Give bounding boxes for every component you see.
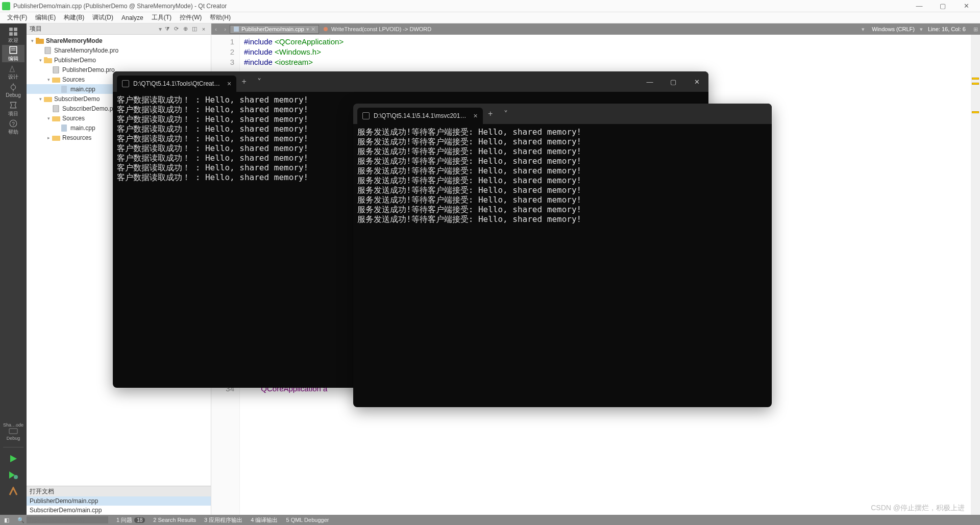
tree-root-label: ShareMemoryMode	[46, 37, 103, 44]
svg-rect-27	[61, 124, 67, 132]
output-issues-badge: 18	[134, 517, 145, 523]
kit-selector[interactable]: Sha…ode Debug	[3, 422, 23, 441]
output-compile[interactable]: 4 编译输出	[247, 516, 282, 524]
open-documents-title: 打开文档	[30, 487, 54, 496]
close-panel-icon[interactable]: ×	[200, 25, 208, 33]
terminal1-tab-close[interactable]: ×	[227, 80, 231, 88]
output-app[interactable]: 3 应用程序输出	[200, 516, 247, 524]
line-num-1: 1	[211, 37, 234, 47]
tree-pubpro-label: PublisherDemo.pro	[62, 66, 115, 73]
window-maximize-button[interactable]: ▢	[931, 0, 954, 12]
mode-debug-label: Debug	[6, 92, 20, 98]
mode-edit-label: 编辑	[8, 55, 18, 62]
run-debug-button[interactable]	[7, 469, 19, 481]
mode-welcome-label: 欢迎	[8, 37, 18, 44]
svg-rect-24	[44, 97, 52, 102]
mode-debug[interactable]: Debug	[2, 82, 24, 99]
output-issues-label: 1 问题	[116, 516, 132, 524]
filter-icon[interactable]: ⧩	[163, 25, 171, 33]
editor-symbol-selector[interactable]: WriteThread(const LPVOID) -> DWORD	[319, 26, 860, 32]
terminal-icon	[122, 80, 129, 87]
menu-help[interactable]: 帮助(H)	[206, 12, 235, 23]
output-search[interactable]: 2 Search Results	[149, 517, 200, 523]
output-compile-label: 4 编译输出	[251, 516, 278, 524]
mode-sidebar: 欢迎 编辑 设计 Debug 项目 ?帮助 Sha…ode Debug	[0, 23, 27, 515]
terminal1-close[interactable]: ✕	[685, 73, 708, 90]
tree-sub-label: SubscriberDemo	[54, 95, 100, 103]
terminal2-tab[interactable]: D:\QT\Qt5.14.1\5.14.1\msvc201… ×	[357, 108, 483, 124]
terminal2-tab-close[interactable]: ×	[473, 112, 477, 120]
line-num-2: 2	[211, 47, 234, 57]
run-button[interactable]	[7, 453, 19, 465]
locator-input[interactable]	[27, 516, 108, 523]
svg-rect-26	[52, 116, 60, 121]
tree-root-pro[interactable]: ShareMemoryMode.pro	[27, 45, 211, 55]
window-title: PublisherDemo/main.cpp (PublisherDemo @ …	[13, 3, 908, 10]
mode-help[interactable]: ?帮助	[2, 118, 24, 136]
svg-rect-28	[52, 136, 60, 141]
editor-encoding[interactable]: Windows (CRLF)	[867, 26, 920, 32]
terminal1-minimize[interactable]: —	[638, 73, 662, 90]
nav-fwd-icon[interactable]: ›	[220, 26, 230, 32]
mode-design[interactable]: 设计	[2, 63, 24, 81]
terminal2-add-tab[interactable]: +	[483, 109, 498, 118]
locator[interactable]: 🔍	[13, 516, 112, 523]
tree-subpro-label: SubscriberDemo.p…	[62, 105, 119, 112]
tree-rootpro-label: ShareMemoryMode.pro	[54, 47, 118, 54]
terminal1-tab-dropdown[interactable]: ˅	[252, 77, 267, 87]
terminal2-header[interactable]: D:\QT\Qt5.14.1\5.14.1\msvc201… × + ˅	[353, 104, 772, 124]
scroll-mark-3	[972, 111, 979, 113]
menu-edit[interactable]: 编辑(E)	[31, 12, 60, 23]
code-l1b: <QCoreApplication>	[273, 37, 344, 46]
tree-resources-label: Resources	[62, 134, 91, 141]
svg-rect-12	[9, 429, 17, 434]
menu-widgets[interactable]: 控件(W)	[176, 12, 206, 23]
watermark: CSDN @停止摆烂，积极上进	[871, 504, 965, 513]
menu-analyze[interactable]: Analyze	[117, 13, 148, 22]
qtcreator-app-icon	[2, 2, 10, 10]
search-icon: 🔍	[17, 517, 24, 523]
output-issues[interactable]: 1 问题18	[112, 516, 149, 524]
sync-icon[interactable]: ⟳	[172, 25, 180, 33]
open-doc-2[interactable]: SubscriberDemo/main.cpp	[27, 506, 211, 515]
editor-scrollbar[interactable]	[971, 35, 980, 515]
editor-file-selector[interactable]: PublisherDemo/main.cpp ▾ ✕	[230, 25, 319, 34]
build-button[interactable]	[7, 485, 19, 497]
menu-tools[interactable]: 工具(T)	[148, 12, 176, 23]
sidebar-toggle-icon[interactable]: ◧	[0, 517, 13, 523]
menu-debug[interactable]: 调试(D)	[88, 12, 117, 23]
window-close-button[interactable]: ✕	[954, 0, 978, 12]
menu-file[interactable]: 文件(F)	[3, 12, 31, 23]
terminal1-tab[interactable]: D:\QT\Qt5.14.1\Tools\QtCreat… ×	[117, 76, 236, 92]
editor-split-icon[interactable]: ⊞	[971, 26, 980, 33]
svg-point-30	[324, 27, 328, 31]
svg-rect-29	[234, 27, 239, 32]
terminal1-header[interactable]: D:\QT\Qt5.14.1\Tools\QtCreat… × + ˅ — ▢ …	[113, 71, 708, 92]
mode-project[interactable]: 项目	[2, 100, 24, 117]
mode-help-label: 帮助	[8, 129, 18, 136]
kit-config: Debug	[3, 436, 23, 441]
svg-text:?: ?	[12, 121, 15, 127]
terminal2-tab-dropdown[interactable]: ˅	[498, 109, 513, 119]
open-documents-header: 打开文档	[27, 486, 211, 496]
split-icon[interactable]: ◫	[190, 25, 199, 33]
nav-back-icon[interactable]: ‹	[211, 26, 220, 32]
mode-edit[interactable]: 编辑	[2, 45, 24, 62]
menu-build[interactable]: 构建(B)	[60, 12, 88, 23]
terminal1-maximize[interactable]: ▢	[662, 73, 685, 90]
editor-cursor-pos: Line: 16, Col: 6	[923, 26, 971, 32]
mode-design-label: 设计	[8, 73, 18, 81]
terminal1-add-tab[interactable]: +	[236, 77, 252, 86]
terminal2-output[interactable]: 服务发送成功!等待客户端接受: Hello, shared memory! 服务…	[353, 124, 772, 227]
mode-welcome[interactable]: 欢迎	[2, 27, 24, 44]
code-l2a: #include	[244, 47, 273, 56]
output-qml[interactable]: 5 QML Debugger	[282, 517, 333, 523]
open-doc-2-label: SubscriberDemo/main.cpp	[30, 507, 102, 514]
tree-pub[interactable]: ▾PublisherDemo	[27, 55, 211, 65]
tree-root[interactable]: ▾ShareMemoryMode	[27, 36, 211, 45]
open-doc-1[interactable]: PublisherDemo/main.cpp	[27, 496, 211, 506]
editor-symbol-label: WriteThread(const LPVOID) -> DWORD	[331, 26, 431, 32]
window-minimize-button[interactable]: —	[908, 0, 931, 12]
open-documents: 打开文档 PublisherDemo/main.cpp SubscriberDe…	[27, 486, 211, 515]
expand-icon[interactable]: ⊕	[181, 25, 189, 33]
